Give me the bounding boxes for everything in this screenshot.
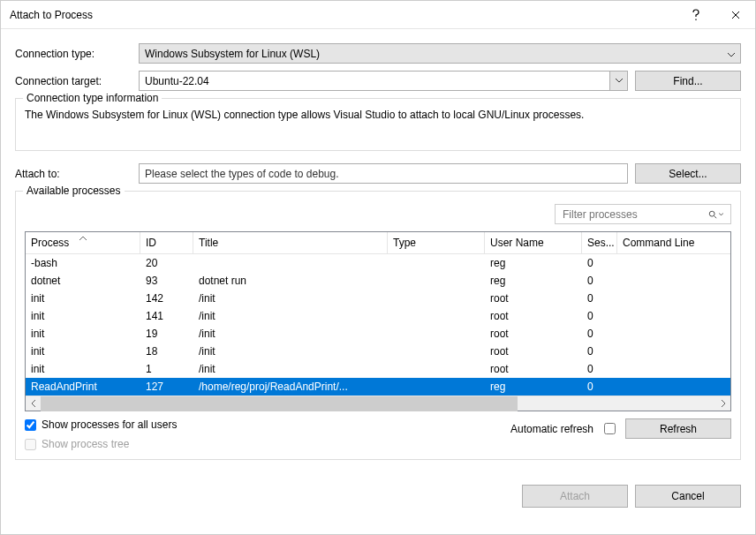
chevron-down-icon	[728, 48, 735, 60]
refresh-button[interactable]: Refresh	[625, 418, 731, 439]
cell-user: reg	[485, 255, 582, 271]
content: Connection type: Windows Subsystem for L…	[1, 29, 755, 471]
cell-title: dotnet run	[193, 273, 388, 289]
cell-id: 93	[140, 273, 193, 289]
table-row[interactable]: init1/initroot0	[26, 360, 730, 378]
column-command-line[interactable]: Command Line	[617, 232, 730, 253]
table-row[interactable]: dotnet93dotnet runreg0	[26, 272, 730, 290]
cell-user: root	[485, 343, 582, 359]
cell-process: init	[26, 308, 140, 324]
select-button[interactable]: Select...	[635, 163, 741, 184]
show-all-users-checkbox[interactable]	[25, 419, 36, 431]
cell-process: init	[26, 343, 140, 359]
table-row[interactable]: ReadAndPrint127/home/reg/proj/ReadAndPri…	[26, 378, 730, 396]
connection-target-input[interactable]	[139, 71, 610, 91]
attach-to-label: Attach to:	[15, 168, 139, 180]
scroll-thumb[interactable]	[41, 396, 518, 411]
cell-type	[388, 385, 485, 388]
close-icon	[731, 11, 740, 19]
connection-target-row: Connection target: Find...	[15, 71, 741, 91]
attach-button[interactable]: Attach	[522, 485, 628, 508]
connection-type-row: Connection type: Windows Subsystem for L…	[15, 43, 741, 64]
search-icon[interactable]	[707, 209, 725, 220]
cell-session: 0	[582, 273, 617, 289]
connection-info-text: The Windows Subsystem for Linux (WSL) co…	[25, 108, 731, 123]
cell-id: 20	[140, 255, 193, 271]
cell-title: /init	[193, 361, 388, 377]
connection-target-combo[interactable]	[139, 71, 628, 91]
auto-refresh-label: Automatic refresh	[510, 423, 593, 435]
cell-user: root	[485, 361, 582, 377]
cell-type	[388, 314, 485, 318]
cell-command-line	[617, 350, 730, 353]
show-all-users-label[interactable]: Show processes for all users	[42, 418, 177, 431]
cell-session: 0	[582, 290, 617, 306]
svg-point-0	[709, 211, 714, 216]
cell-user: reg	[485, 379, 582, 395]
cell-user: root	[485, 290, 582, 306]
horizontal-scrollbar[interactable]	[26, 396, 730, 411]
column-session[interactable]: Ses...	[582, 232, 617, 253]
sort-ascending-icon	[79, 231, 87, 244]
cell-command-line	[617, 367, 730, 371]
help-button[interactable]	[676, 1, 715, 29]
cell-title: /init	[193, 308, 388, 324]
table-row[interactable]: -bash20reg0	[26, 254, 730, 272]
cell-id: 1	[140, 361, 193, 377]
cell-type	[388, 297, 485, 300]
cell-user: root	[485, 326, 582, 342]
table-row[interactable]: init142/initroot0	[26, 290, 730, 307]
scroll-right-icon[interactable]	[715, 396, 730, 411]
filter-processes-search[interactable]	[555, 204, 731, 224]
cell-id: 127	[140, 379, 193, 395]
connection-type-label: Connection type:	[15, 48, 139, 60]
cell-id: 18	[140, 343, 193, 359]
cell-title: /init	[193, 290, 388, 306]
cell-process: ReadAndPrint	[26, 379, 140, 395]
cell-process: init	[26, 290, 140, 306]
column-user[interactable]: User Name	[485, 232, 582, 253]
cell-session: 0	[582, 308, 617, 324]
connection-type-dropdown[interactable]: Windows Subsystem for Linux (WSL)	[139, 43, 741, 64]
cell-type	[388, 367, 485, 371]
cell-type	[388, 279, 485, 283]
scroll-left-icon[interactable]	[26, 396, 41, 411]
table-header: Process ID Title Type User Name Ses... C…	[26, 232, 730, 254]
connection-type-value: Windows Subsystem for Linux (WSL)	[145, 48, 320, 60]
column-id[interactable]: ID	[140, 232, 193, 253]
process-table: Process ID Title Type User Name Ses... C…	[25, 231, 731, 411]
cell-title: /init	[193, 343, 388, 359]
show-tree-checkbox-row: Show process tree	[25, 438, 177, 450]
cell-type	[388, 261, 485, 265]
find-button[interactable]: Find...	[635, 71, 741, 91]
filter-input[interactable]	[561, 207, 707, 222]
cell-command-line	[617, 279, 730, 283]
cancel-button[interactable]: Cancel	[635, 485, 741, 508]
auto-refresh-checkbox[interactable]	[604, 423, 616, 434]
cell-type	[388, 332, 485, 335]
cell-user: reg	[485, 273, 582, 289]
cell-command-line	[617, 261, 730, 265]
show-tree-checkbox	[25, 439, 36, 450]
connection-info-legend: Connection type information	[23, 92, 162, 104]
show-tree-label: Show process tree	[42, 438, 129, 450]
cell-id: 19	[140, 326, 193, 342]
column-process[interactable]: Process	[26, 232, 140, 253]
cell-command-line	[617, 332, 730, 335]
scroll-track[interactable]	[518, 396, 715, 411]
cell-process: init	[26, 361, 140, 377]
table-row[interactable]: init141/initroot0	[26, 307, 730, 325]
attach-to-value: Please select the types of code to debug…	[139, 163, 628, 184]
window-title: Attach to Process	[10, 9, 676, 21]
close-button[interactable]	[715, 1, 755, 29]
cell-title: /init	[193, 326, 388, 342]
table-row[interactable]: init19/initroot0	[26, 325, 730, 343]
chevron-down-icon	[719, 213, 723, 216]
available-processes-fieldset: Available processes Process ID Tit	[15, 191, 741, 460]
chevron-down-icon[interactable]	[610, 71, 628, 91]
table-row[interactable]: init18/initroot0	[26, 343, 730, 360]
cell-process: dotnet	[26, 273, 140, 289]
cell-title: /home/reg/proj/ReadAndPrint/...	[193, 379, 388, 395]
column-type[interactable]: Type	[388, 232, 485, 253]
column-title[interactable]: Title	[193, 232, 388, 253]
